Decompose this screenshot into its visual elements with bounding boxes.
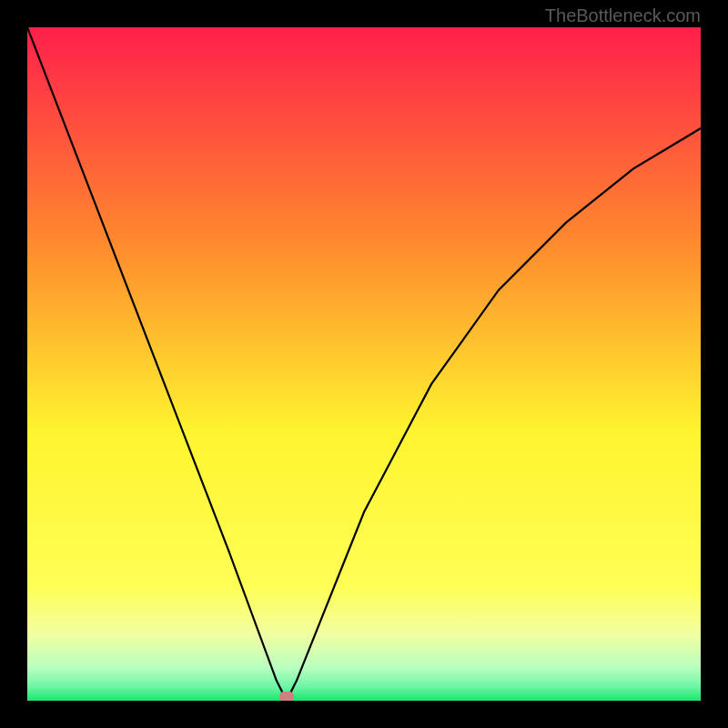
optimal-point-marker (279, 692, 294, 701)
bottleneck-curve (27, 27, 701, 701)
plot-area (27, 27, 701, 701)
chart-frame: TheBottleneck.com (0, 0, 728, 728)
watermark-text: TheBottleneck.com (545, 5, 701, 26)
